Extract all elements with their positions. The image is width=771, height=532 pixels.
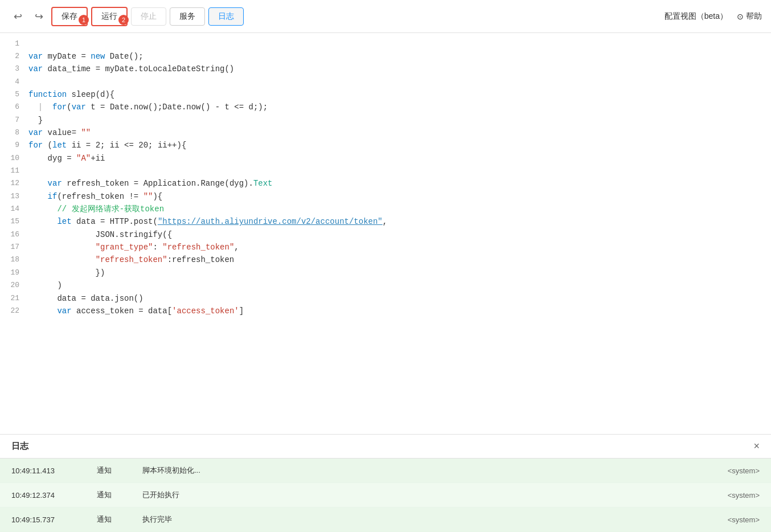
save-btn-wrap: 保存 1	[51, 7, 88, 26]
log-msg-3: 执行完毕	[142, 514, 705, 525]
code-line-6: 6 | for(var t = Date.now();Date.now() - …	[0, 101, 771, 113]
question-icon: ⊙	[737, 12, 744, 21]
log-title: 日志	[11, 441, 28, 452]
log-time-1: 10:49:11.413	[11, 466, 74, 475]
log-msg-2: 已开始执行	[142, 490, 705, 500]
code-line-16: 16 JSON.stringify({	[0, 228, 771, 241]
log-level-1: 通知	[97, 465, 120, 476]
code-line-18: 18 "refresh_token":refresh_token	[0, 253, 771, 266]
code-line-7: 7 }	[0, 114, 771, 126]
log-level-2: 通知	[97, 490, 120, 500]
log-time-2: 10:49:12.374	[11, 491, 74, 500]
code-line-14: 14 // 发起网络请求-获取token	[0, 203, 771, 215]
help-button[interactable]: ⊙ 帮助	[737, 11, 762, 22]
log-msg-1: 脚本环境初始化...	[142, 465, 705, 476]
log-source-1: <system>	[728, 466, 760, 475]
log-header: 日志 ×	[0, 435, 771, 459]
config-view-label: 配置视图（beta）	[665, 11, 728, 22]
log-panel: 日志 × 10:49:11.413 通知 脚本环境初始化... <system>…	[0, 434, 771, 532]
code-line-2: 2 var myDate = new Date();	[0, 50, 771, 63]
run-btn-wrap: 运行 2	[91, 7, 128, 26]
code-line-19: 19 })	[0, 267, 771, 279]
code-line-10: 10 dyg = "A"+ii	[0, 152, 771, 165]
service-button[interactable]: 服务	[170, 7, 205, 26]
code-line-17: 17 "grant_type": "refresh_token",	[0, 241, 771, 253]
log-row-2: 10:49:12.374 通知 已开始执行 <system>	[0, 483, 771, 508]
stop-button[interactable]: 停止	[131, 7, 166, 26]
help-label: 帮助	[746, 11, 762, 22]
code-line-9: 9 for (let ii = 2; ii <= 20; ii++){	[0, 139, 771, 152]
code-line-22: 22 var access_token = data['access_token…	[0, 305, 771, 317]
code-line-13: 13 if(refresh_token != ""){	[0, 190, 771, 203]
code-line-11: 11	[0, 165, 771, 177]
toolbar-right: 配置视图（beta） ⊙ 帮助	[665, 11, 762, 22]
code-line-1: 1	[0, 38, 771, 50]
code-line-20: 20 )	[0, 279, 771, 292]
code-line-15: 15 let data = HTTP.post("https://auth.al…	[0, 215, 771, 228]
code-lines: 1 2 var myDate = new Date(); 3 var data_…	[0, 33, 771, 322]
save-badge: 1	[79, 15, 89, 25]
code-line-5: 5 function sleep(d){	[0, 88, 771, 101]
code-line-4: 4	[0, 76, 771, 88]
log-entries: 10:49:11.413 通知 脚本环境初始化... <system> 10:4…	[0, 459, 771, 532]
run-badge: 2	[118, 15, 129, 25]
log-level-3: 通知	[97, 514, 120, 525]
log-close-button[interactable]: ×	[753, 440, 760, 452]
code-line-8: 8 var value= ""	[0, 126, 771, 139]
undo-button[interactable]: ↩	[9, 8, 27, 25]
code-line-3: 3 var data_time = myDate.toLocaleDateStr…	[0, 63, 771, 75]
log-row-1: 10:49:11.413 通知 脚本环境初始化... <system>	[0, 459, 771, 483]
log-source-3: <system>	[728, 515, 760, 524]
toolbar: ↩ ↪ 保存 1 运行 2 停止 服务 日志 配置视图（beta） ⊙ 帮助	[0, 0, 771, 33]
code-editor[interactable]: 1 2 var myDate = new Date(); 3 var data_…	[0, 33, 771, 434]
log-row-3: 10:49:15.737 通知 执行完毕 <system>	[0, 508, 771, 532]
log-source-2: <system>	[728, 491, 760, 500]
redo-button[interactable]: ↪	[30, 8, 48, 25]
log-button[interactable]: 日志	[208, 7, 244, 26]
log-time-3: 10:49:15.737	[11, 515, 74, 524]
code-line-12: 12 var refresh_token = Application.Range…	[0, 177, 771, 190]
code-line-21: 21 data = data.json()	[0, 292, 771, 305]
